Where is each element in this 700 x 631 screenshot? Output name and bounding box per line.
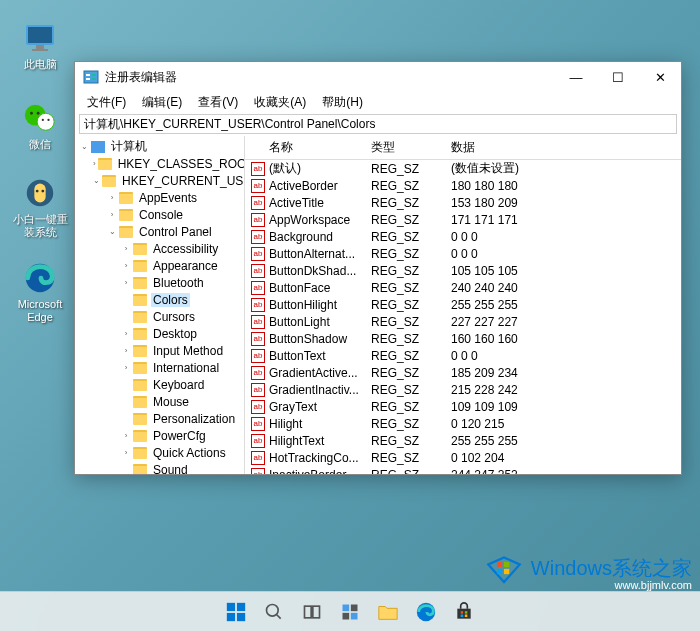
list-row[interactable]: abButtonHilightREG_SZ255 255 255 xyxy=(245,296,681,313)
address-bar[interactable]: 计算机\HKEY_CURRENT_USER\Control Panel\Colo… xyxy=(79,114,677,134)
cell-name: abButtonLight xyxy=(245,315,365,329)
tree-item[interactable]: Mouse xyxy=(75,393,244,410)
list-view[interactable]: 名称 类型 数据 ab(默认)REG_SZ(数值未设置)abActiveBord… xyxy=(245,136,681,474)
explorer-button[interactable] xyxy=(370,594,406,630)
edge-button[interactable] xyxy=(408,594,444,630)
menu-item[interactable]: 文件(F) xyxy=(79,92,134,112)
tree-item[interactable]: ›AppEvents xyxy=(75,189,244,206)
list-row[interactable]: abButtonAlternat...REG_SZ0 0 0 xyxy=(245,245,681,262)
svg-rect-21 xyxy=(497,569,502,574)
list-row[interactable]: abButtonDkShad...REG_SZ105 105 105 xyxy=(245,262,681,279)
tree-item[interactable]: Personalization xyxy=(75,410,244,427)
caret-icon[interactable]: › xyxy=(121,346,131,356)
taskbar[interactable] xyxy=(0,591,700,631)
tree-item[interactable]: ›Input Method xyxy=(75,342,244,359)
minimize-button[interactable]: — xyxy=(555,62,597,92)
caret-icon[interactable]: › xyxy=(93,159,96,169)
tree-item[interactable]: Cursors xyxy=(75,308,244,325)
tree-item[interactable]: ›Quick Actions xyxy=(75,444,244,461)
tree-label: Console xyxy=(137,208,185,222)
cell-data: 240 240 240 xyxy=(445,281,681,295)
maximize-button[interactable]: ☐ xyxy=(597,62,639,92)
reg-string-icon: ab xyxy=(251,366,265,380)
menu-item[interactable]: 帮助(H) xyxy=(314,92,371,112)
cell-name: abActiveTitle xyxy=(245,196,365,210)
list-row[interactable]: abInactiveBorderREG_SZ244 247 252 xyxy=(245,466,681,474)
list-row[interactable]: abHilightTextREG_SZ255 255 255 xyxy=(245,432,681,449)
widgets-button[interactable] xyxy=(332,594,368,630)
svg-point-27 xyxy=(267,604,279,616)
cell-type: REG_SZ xyxy=(365,213,445,227)
tree-item[interactable]: ›Accessibility xyxy=(75,240,244,257)
menu-item[interactable]: 编辑(E) xyxy=(134,92,190,112)
tree-item[interactable]: ›International xyxy=(75,359,244,376)
list-row[interactable]: abAppWorkspaceREG_SZ171 171 171 xyxy=(245,211,681,228)
list-row[interactable]: abBackgroundREG_SZ0 0 0 xyxy=(245,228,681,245)
desktop-icon-edge[interactable]: Microsoft Edge xyxy=(12,260,68,324)
list-row[interactable]: abActiveBorderREG_SZ180 180 180 xyxy=(245,177,681,194)
list-row[interactable]: ab(默认)REG_SZ(数值未设置) xyxy=(245,160,681,177)
tree-item[interactable]: ⌄Control Panel xyxy=(75,223,244,240)
cell-type: REG_SZ xyxy=(365,383,445,397)
list-row[interactable]: abGradientActive...REG_SZ185 209 234 xyxy=(245,364,681,381)
cell-type: REG_SZ xyxy=(365,468,445,475)
taskview-button[interactable] xyxy=(294,594,330,630)
caret-icon[interactable] xyxy=(121,295,131,305)
list-row[interactable]: abHilightREG_SZ0 120 215 xyxy=(245,415,681,432)
cell-data: 0 120 215 xyxy=(445,417,681,431)
menu-item[interactable]: 查看(V) xyxy=(190,92,246,112)
caret-icon[interactable] xyxy=(121,380,131,390)
caret-icon[interactable] xyxy=(121,465,131,475)
close-button[interactable]: ✕ xyxy=(639,62,681,92)
list-row[interactable]: abButtonFaceREG_SZ240 240 240 xyxy=(245,279,681,296)
tree-item[interactable]: Sound xyxy=(75,461,244,474)
col-name[interactable]: 名称 xyxy=(245,136,365,159)
list-row[interactable]: abHotTrackingCo...REG_SZ0 102 204 xyxy=(245,449,681,466)
list-row[interactable]: abButtonTextREG_SZ0 0 0 xyxy=(245,347,681,364)
tree-item[interactable]: Keyboard xyxy=(75,376,244,393)
col-data[interactable]: 数据 xyxy=(445,136,681,159)
tree-root[interactable]: ⌄计算机 xyxy=(75,138,244,155)
tree-view[interactable]: ⌄计算机›HKEY_CLASSES_ROOT⌄HKEY_CURRENT_USER… xyxy=(75,136,245,474)
tree-item[interactable]: ›Desktop xyxy=(75,325,244,342)
caret-icon[interactable] xyxy=(121,414,131,424)
tree-item[interactable]: ›PowerCfg xyxy=(75,427,244,444)
caret-icon[interactable]: › xyxy=(121,363,131,373)
caret-icon[interactable]: › xyxy=(107,193,117,203)
tree-item[interactable]: ›Bluetooth xyxy=(75,274,244,291)
caret-icon[interactable]: › xyxy=(121,244,131,254)
tree-item[interactable]: ⌄HKEY_CURRENT_USER xyxy=(75,172,244,189)
col-type[interactable]: 类型 xyxy=(365,136,445,159)
list-row[interactable]: abActiveTitleREG_SZ153 180 209 xyxy=(245,194,681,211)
list-row[interactable]: abButtonShadowREG_SZ160 160 160 xyxy=(245,330,681,347)
cell-data: 227 227 227 xyxy=(445,315,681,329)
list-row[interactable]: abGrayTextREG_SZ109 109 109 xyxy=(245,398,681,415)
titlebar[interactable]: 注册表编辑器 — ☐ ✕ xyxy=(75,62,681,92)
tree-label: Appearance xyxy=(151,259,220,273)
desktop-icon-xiaobai[interactable]: 小白一键重装系统 xyxy=(12,175,68,239)
caret-icon[interactable]: › xyxy=(121,329,131,339)
list-row[interactable]: abGradientInactiv...REG_SZ215 228 242 xyxy=(245,381,681,398)
caret-icon[interactable] xyxy=(121,397,131,407)
store-button[interactable] xyxy=(446,594,482,630)
caret-icon[interactable] xyxy=(121,312,131,322)
caret-icon[interactable]: › xyxy=(107,210,117,220)
start-button[interactable] xyxy=(218,594,254,630)
tree-item[interactable]: ›HKEY_CLASSES_ROOT xyxy=(75,155,244,172)
list-header[interactable]: 名称 类型 数据 xyxy=(245,136,681,160)
caret-icon[interactable]: ⌄ xyxy=(107,227,117,237)
tree-item[interactable]: ›Console xyxy=(75,206,244,223)
desktop-icon-pc[interactable]: 此电脑 xyxy=(12,20,68,71)
caret-icon[interactable]: ⌄ xyxy=(79,142,89,152)
list-row[interactable]: abButtonLightREG_SZ227 227 227 xyxy=(245,313,681,330)
caret-icon[interactable]: › xyxy=(121,261,131,271)
caret-icon[interactable]: ⌄ xyxy=(93,176,100,186)
tree-item[interactable]: Colors xyxy=(75,291,244,308)
caret-icon[interactable]: › xyxy=(121,278,131,288)
caret-icon[interactable]: › xyxy=(121,431,131,441)
menu-item[interactable]: 收藏夹(A) xyxy=(246,92,314,112)
caret-icon[interactable]: › xyxy=(121,448,131,458)
search-button[interactable] xyxy=(256,594,292,630)
desktop-icon-wechat[interactable]: 微信 xyxy=(12,100,68,151)
tree-item[interactable]: ›Appearance xyxy=(75,257,244,274)
